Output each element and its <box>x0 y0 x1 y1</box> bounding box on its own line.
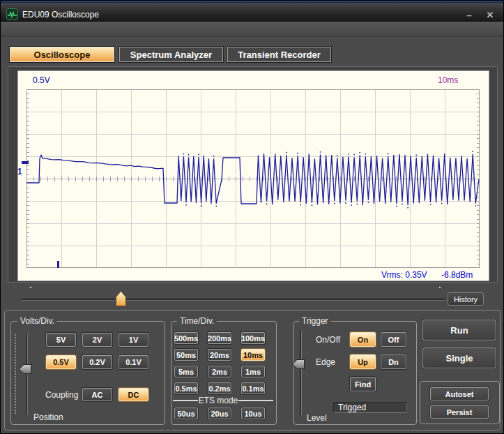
volts-0.2v-button[interactable]: 0.2V <box>82 355 112 369</box>
volts-slider-ticks <box>15 334 16 414</box>
title-bar[interactable]: EDU09 Oscilloscope – ✕ <box>1 3 503 22</box>
time-0.1ms-button[interactable]: 0.1ms <box>241 382 265 394</box>
close-button[interactable]: ✕ <box>483 9 497 20</box>
coupling-dc-button[interactable]: DC <box>119 388 148 401</box>
trigger-off-button[interactable]: Off <box>381 332 406 347</box>
volts-2v-button[interactable]: 2V <box>82 333 112 347</box>
run-button[interactable]: Run <box>422 320 496 341</box>
vrms-readout: Vrms: 0.35V <box>381 270 427 280</box>
menu-bar: File Edit Options View Help <box>1 22 503 37</box>
time-10ms-button[interactable]: 10ms <box>241 349 265 361</box>
trigger-status-box: Trigged <box>333 402 407 413</box>
time-10us-button[interactable]: 10us <box>241 407 265 419</box>
trigger-edge-up-button[interactable]: Up <box>350 354 376 369</box>
tab-spectrum-analyzer[interactable]: Spectrum Analyzer <box>119 47 223 62</box>
time-50ms-button[interactable]: 50ms <box>174 349 198 361</box>
volts-1v-button[interactable]: 1V <box>119 333 148 347</box>
position-label: Position <box>33 412 63 422</box>
volts-5v-button[interactable]: 5V <box>46 333 76 347</box>
time-0.2ms-button[interactable]: 0.2ms <box>208 382 231 394</box>
channel1-label: 1 <box>17 167 22 177</box>
time-20ms-button[interactable]: 20ms <box>208 349 231 361</box>
scope-graticule <box>26 89 480 268</box>
trigger-edge-label: Edge <box>316 357 335 367</box>
time-200ms-button[interactable]: 200ms <box>208 332 231 344</box>
horizontal-slider-thumb[interactable] <box>116 291 126 306</box>
trigger-edge-dn-button[interactable]: Dn <box>381 354 406 369</box>
slider-right-tick <box>439 287 441 288</box>
horizontal-position-slider[interactable] <box>22 299 445 300</box>
time-per-div-readout: 10ms <box>438 75 458 85</box>
volts-0.1v-button[interactable]: 0.1V <box>119 355 148 369</box>
time-500ms-button[interactable]: 500ms <box>174 332 198 344</box>
time-50us-button[interactable]: 50us <box>174 407 198 419</box>
app-window: EDU09 Oscilloscope – ✕ File Edit Options… <box>0 0 504 434</box>
volts-div-title: Volts/Div. <box>17 317 57 326</box>
trigger-title: Trigger <box>299 317 331 326</box>
trigger-level-slider[interactable] <box>300 331 301 415</box>
trigger-level-label: Level <box>307 413 327 423</box>
trigger-find-button[interactable]: Find <box>350 377 376 391</box>
tab-oscilloscope[interactable]: Oscilloscope <box>10 47 114 62</box>
dbm-readout: -6.8dBm <box>441 270 473 280</box>
time-div-title: Time/Div. <box>177 317 217 326</box>
autoset-button[interactable]: Autoset <box>430 387 489 401</box>
volts-position-slider[interactable] <box>26 333 27 415</box>
time-2ms-button[interactable]: 2ms <box>208 366 231 377</box>
channel1-position-marker[interactable] <box>22 161 29 164</box>
time-20us-button[interactable]: 20us <box>208 407 231 419</box>
time-0.5ms-button[interactable]: 0.5ms <box>174 382 198 394</box>
ets-mode-label: ETS mode <box>198 396 238 405</box>
time-100ms-button[interactable]: 100ms <box>241 332 265 344</box>
history-button[interactable]: History <box>448 292 484 306</box>
scope-trace-icon <box>8 10 17 19</box>
app-icon <box>6 8 18 20</box>
ets-divider-right <box>238 400 273 401</box>
slider-left-tick <box>30 287 31 288</box>
trigger-position-marker <box>57 261 59 268</box>
volts-per-div-readout: 0.5V <box>33 75 50 85</box>
ets-divider-left <box>173 400 198 401</box>
single-button[interactable]: Single <box>422 347 496 368</box>
time-5ms-button[interactable]: 5ms <box>174 366 198 377</box>
time-1ms-button[interactable]: 1ms <box>241 366 265 377</box>
minimize-button[interactable]: – <box>462 9 476 20</box>
coupling-ac-button[interactable]: AC <box>82 388 112 401</box>
trigger-on-button[interactable]: On <box>350 332 376 347</box>
coupling-label: Coupling <box>45 390 78 400</box>
persist-button[interactable]: Persist <box>430 405 489 419</box>
tab-transient-recorder[interactable]: Transient Recorder <box>227 47 331 62</box>
trigger-onoff-label: On/Off <box>316 335 340 345</box>
window-title: EDU09 Oscilloscope <box>22 10 99 20</box>
volts-0.5v-button[interactable]: 0.5V <box>46 355 76 369</box>
